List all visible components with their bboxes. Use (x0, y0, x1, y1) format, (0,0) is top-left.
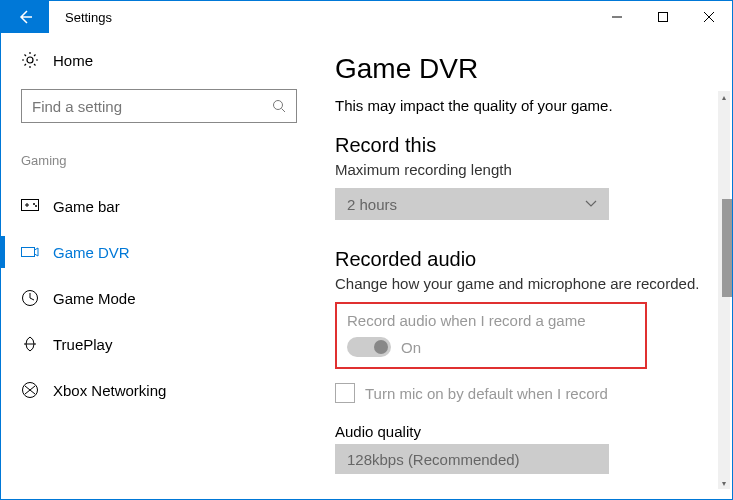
window-controls (594, 1, 732, 33)
svg-rect-1 (659, 13, 668, 22)
xbox-icon (21, 381, 39, 399)
sidebar-item-game-bar[interactable]: Game bar (21, 186, 291, 226)
recorded-audio-heading: Recorded audio (335, 248, 704, 271)
svg-rect-5 (22, 200, 39, 211)
record-audio-toggle[interactable] (347, 337, 391, 357)
mic-checkbox[interactable] (335, 383, 355, 403)
recorded-audio-desc: Change how your game and microphone are … (335, 275, 704, 292)
close-icon (704, 12, 714, 22)
sidebar-item-label: Game Mode (53, 290, 136, 307)
chevron-down-icon (585, 200, 597, 208)
page-subtitle: This may impact the quality of your game… (335, 97, 704, 114)
trueplay-icon (21, 335, 39, 353)
gear-icon (21, 51, 39, 69)
minimize-icon (612, 12, 622, 22)
sidebar-item-label: Game DVR (53, 244, 130, 261)
window-title: Settings (65, 10, 112, 25)
max-length-label: Maximum recording length (335, 161, 704, 178)
sidebar-item-label: Game bar (53, 198, 120, 215)
record-this-heading: Record this (335, 134, 704, 157)
minimize-button[interactable] (594, 1, 640, 33)
dropdown-value: 128kbps (Recommended) (347, 451, 520, 468)
search-input[interactable] (21, 89, 297, 123)
main-content: Game DVR This may impact the quality of … (311, 33, 732, 499)
svg-point-2 (27, 57, 33, 63)
svg-point-3 (274, 101, 283, 110)
svg-point-8 (33, 203, 35, 205)
section-header: Gaming (21, 153, 291, 168)
search-icon (272, 99, 286, 113)
search-field[interactable] (32, 98, 272, 115)
arrow-left-icon (17, 9, 33, 25)
maximize-icon (658, 12, 668, 22)
mic-checkbox-label: Turn mic on by default when I record (365, 385, 608, 402)
home-nav[interactable]: Home (21, 51, 291, 69)
svg-rect-10 (22, 248, 35, 257)
page-title: Game DVR (335, 53, 704, 85)
maximize-button[interactable] (640, 1, 686, 33)
back-button[interactable] (1, 1, 49, 33)
record-audio-label: Record audio when I record a game (347, 312, 635, 329)
sidebar-item-game-mode[interactable]: Game Mode (21, 278, 291, 318)
sidebar-item-game-dvr[interactable]: Game DVR (21, 232, 291, 272)
gamemode-icon (21, 289, 39, 307)
sidebar-item-label: Xbox Networking (53, 382, 166, 399)
scroll-down-icon[interactable]: ▾ (718, 477, 730, 489)
home-label: Home (53, 52, 93, 69)
scroll-thumb[interactable] (722, 199, 732, 297)
highlight-box: Record audio when I record a game On (335, 302, 647, 369)
gamebar-icon (21, 197, 39, 215)
dvr-icon (21, 243, 39, 261)
svg-line-4 (282, 109, 286, 113)
close-button[interactable] (686, 1, 732, 33)
mic-default-row[interactable]: Turn mic on by default when I record (335, 383, 704, 403)
svg-point-9 (35, 205, 37, 207)
sidebar-item-xbox-networking[interactable]: Xbox Networking (21, 370, 291, 410)
scroll-up-icon[interactable]: ▴ (718, 91, 730, 103)
max-length-dropdown[interactable]: 2 hours (335, 188, 609, 220)
toggle-state: On (401, 339, 421, 356)
sidebar: Home Gaming Game bar Game DVR Game Mode … (1, 33, 311, 499)
titlebar: Settings (1, 1, 732, 33)
sidebar-item-trueplay[interactable]: TruePlay (21, 324, 291, 364)
audio-quality-label: Audio quality (335, 423, 704, 440)
audio-quality-dropdown[interactable]: 128kbps (Recommended) (335, 444, 609, 474)
sidebar-item-label: TruePlay (53, 336, 112, 353)
dropdown-value: 2 hours (347, 196, 397, 213)
